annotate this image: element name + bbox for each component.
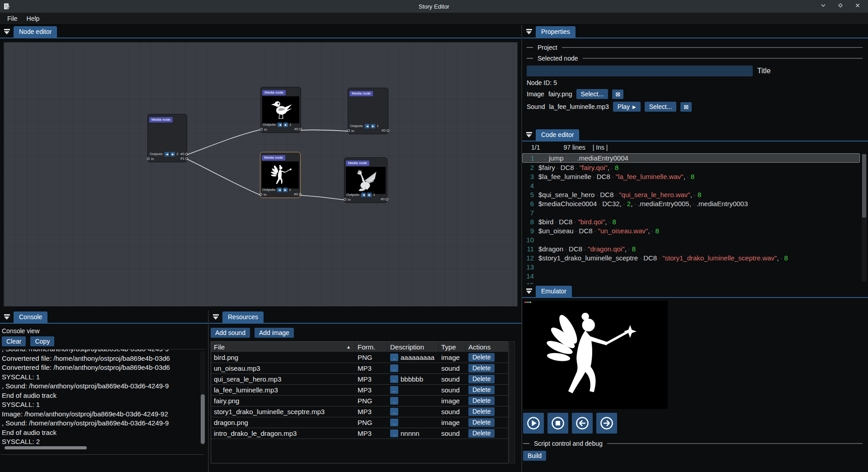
table-row[interactable]: la_fee_luminelle.mp3MP3..soundDelete (211, 385, 508, 396)
column-header-description[interactable]: Description (387, 342, 439, 352)
description-expand-button[interactable]: .. (390, 397, 398, 405)
table-row[interactable]: bird.pngPNG..aaaaaaaaaimageDelete (211, 352, 508, 363)
table-row[interactable]: qui_sera_le_hero.mp3MP3..bbbbbbsoundDele… (211, 374, 508, 385)
code-line[interactable]: 10 (522, 235, 868, 244)
console-horizontal-scrollbar[interactable] (1, 446, 205, 450)
table-row[interactable]: dragon.pngPNG..imageDelete (211, 417, 508, 428)
code-line[interactable]: 13 (522, 262, 868, 271)
sound-clear-button[interactable]: ⊠ (680, 102, 692, 112)
outputs-decrement-button[interactable]: ◀ (277, 188, 282, 192)
outputs-increment-button[interactable]: ▶ (283, 188, 288, 192)
column-header-form[interactable]: Form. (355, 342, 387, 352)
input-port[interactable] (147, 157, 150, 160)
delete-button[interactable]: Delete (468, 396, 495, 405)
outputs-increment-button[interactable]: ▶ (170, 152, 175, 156)
add-sound-button[interactable]: Add sound (211, 328, 250, 338)
outputs-increment-button[interactable]: ▶ (283, 123, 288, 127)
description-expand-button[interactable]: .. (390, 375, 398, 383)
build-button[interactable]: Build (523, 451, 546, 461)
collapse-panel-icon[interactable] (526, 29, 532, 34)
code-line[interactable]: 4 (522, 181, 868, 190)
menu-help[interactable]: Help (22, 14, 44, 24)
input-port[interactable] (259, 193, 262, 196)
maximize-icon[interactable] (837, 2, 844, 10)
code-text-area[interactable]: 1→jump····.mediaEntry00042$fairy·DC8·"fa… (522, 153, 868, 284)
output-port[interactable] (185, 157, 188, 160)
outputs-decrement-button[interactable]: ◀ (278, 123, 282, 127)
code-line[interactable]: 7 (522, 208, 868, 217)
node-dragon[interactable]: Media node Outputs: ◀ ▶ 1 In (344, 157, 387, 203)
input-port[interactable] (347, 129, 350, 132)
input-port[interactable] (260, 128, 263, 131)
tab-emulator[interactable]: Emulator (536, 286, 572, 297)
sound-select-button[interactable]: Select... (645, 102, 677, 112)
description-expand-button[interactable]: .. (390, 386, 398, 394)
code-line[interactable]: 1→jump····.mediaEntry0004 (522, 153, 860, 163)
delete-button[interactable]: Delete (468, 429, 495, 438)
table-row[interactable]: story1_drako_luminelle_sceptre.mp3MP3..s… (211, 406, 508, 417)
node-start[interactable]: Media node Outputs: ◀ ▶ 2 In (147, 114, 187, 162)
delete-button[interactable]: Delete (468, 375, 495, 383)
description-expand-button[interactable]: .. (390, 419, 398, 426)
description-expand-button[interactable]: .. (390, 364, 398, 372)
close-icon[interactable] (854, 2, 861, 10)
tab-properties[interactable]: Properties (536, 26, 576, 38)
add-image-button[interactable]: Add image (255, 328, 294, 338)
tab-resources[interactable]: Resources (222, 312, 264, 323)
delete-button[interactable]: Delete (468, 418, 495, 427)
emulator-step-forward-button[interactable] (596, 413, 617, 434)
table-row[interactable]: fairy.pngPNG..imageDelete (211, 396, 508, 406)
tab-node-editor[interactable]: Node editor (14, 26, 57, 38)
collapse-panel-icon[interactable] (4, 29, 10, 34)
column-header-file[interactable]: File▲ (211, 342, 355, 352)
emulator-play-button[interactable] (523, 413, 544, 434)
emulator-step-back-button[interactable] (572, 413, 593, 434)
code-vertical-scrollbar[interactable] (862, 154, 867, 282)
collapse-panel-icon[interactable] (526, 132, 532, 137)
sound-play-button[interactable]: Play▶ (613, 102, 641, 112)
description-expand-button[interactable]: .. (390, 408, 398, 415)
outputs-increment-button[interactable]: ▶ (371, 124, 375, 128)
outputs-decrement-button[interactable]: ◀ (165, 152, 169, 156)
code-line[interactable]: 8$bird·DC8·"bird.qoi",·8 (522, 217, 868, 226)
delete-button[interactable]: Delete (468, 353, 495, 362)
code-line[interactable]: 14 (522, 271, 868, 280)
image-clear-button[interactable]: ⊠ (612, 90, 623, 99)
node-canvas[interactable]: Media node Outputs: ◀ ▶ 2 In (4, 42, 518, 307)
copy-button[interactable]: Copy (30, 336, 54, 346)
delete-button[interactable]: Delete (468, 407, 495, 416)
console-vertical-scrollbar[interactable] (200, 351, 205, 445)
code-line[interactable]: 2$fairy·DC8·"fairy.qoi",·8 (522, 163, 868, 172)
output-port[interactable] (299, 128, 302, 131)
clear-button[interactable]: Clear (2, 336, 26, 346)
node-blank[interactable]: Media node Outputs: ◀ ▶ 1 In (348, 88, 388, 134)
emulator-stop-button[interactable] (547, 413, 568, 434)
code-line[interactable]: 5$qui_sera_le_hero·DC8·"qui_sera_le_hero… (522, 190, 868, 199)
input-port[interactable] (344, 198, 346, 201)
output-port[interactable] (387, 129, 389, 132)
output-port[interactable] (299, 193, 302, 196)
node-fairy[interactable]: Media node Outputs: ◀ ▶ 1 In (260, 152, 301, 198)
column-header-type[interactable]: Type (439, 342, 466, 352)
output-port[interactable] (386, 198, 388, 201)
description-expand-button[interactable]: .. (390, 430, 398, 437)
outputs-increment-button[interactable]: ▶ (367, 193, 372, 197)
minimize-icon[interactable] (820, 2, 826, 10)
console-output[interactable]: , Sound: /home/anthony/ostproj/ba869e4b-… (1, 349, 205, 445)
collapse-panel-icon[interactable] (526, 288, 532, 294)
output-port[interactable] (185, 153, 188, 156)
code-line[interactable]: 9$un_oiseau·DC8·"un_oiseau.wav",·8 (522, 226, 868, 235)
code-line[interactable]: 6$mediaChoice0004·DC32,·2,·.mediaEntry00… (522, 199, 868, 208)
node-bird[interactable]: Media node Outputs: ◀ ▶ 1 In (260, 87, 301, 133)
table-row[interactable]: intro_drako_le_dragon.mp3MP3..nnnnnsound… (211, 428, 508, 439)
code-line[interactable]: 15 (522, 280, 868, 284)
collapse-panel-icon[interactable] (212, 314, 219, 320)
code-line[interactable]: 12$story1_drako_luminelle_sceptre·DC8·"s… (522, 253, 868, 262)
description-expand-button[interactable]: .. (390, 354, 398, 361)
tab-console[interactable]: Console (14, 312, 47, 323)
delete-button[interactable]: Delete (468, 386, 495, 394)
resources-scrollbar[interactable] (509, 341, 515, 463)
delete-button[interactable]: Delete (468, 364, 495, 373)
title-input[interactable] (527, 66, 753, 76)
image-select-button[interactable]: Select... (576, 89, 609, 99)
